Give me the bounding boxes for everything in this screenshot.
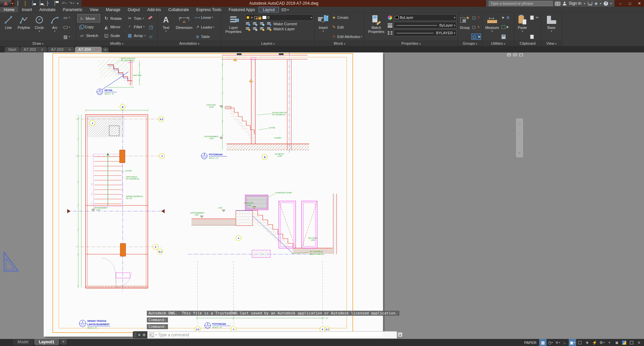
match-properties-button[interactable]: Match Properties	[366, 13, 387, 41]
search-binoculars-icon[interactable]	[555, 2, 560, 5]
edit-block-button[interactable]: ✎Edit	[331, 24, 362, 30]
tab-collaborate[interactable]: Collaborate	[165, 7, 192, 12]
exchange-apps-icon[interactable]: ◈	[595, 1, 598, 6]
quick-select-icon[interactable]: ➤≣	[502, 14, 511, 21]
layer-freeze-icon[interactable]	[252, 22, 257, 26]
hatch-tool-icon[interactable]: ▨▾	[63, 34, 70, 40]
layer-lock-icon[interactable]	[266, 22, 271, 26]
orbit-icon[interactable]: ◌	[518, 141, 521, 145]
layer-properties-button[interactable]: Layer Properties	[222, 13, 245, 41]
mirror-button[interactable]: ◭Mirror	[101, 23, 124, 31]
group-button[interactable]: ★ Group	[459, 13, 471, 41]
annotation-scale-add-button[interactable]: +	[606, 339, 613, 346]
new-tab-button[interactable]: +	[102, 47, 109, 52]
file-tab-a7-203[interactable]: A7-203✕	[48, 47, 74, 52]
clean-screen-toggle[interactable]	[628, 339, 635, 346]
restore-button[interactable]: □	[625, 0, 635, 7]
linear-dimension-button[interactable]: ⟷Linear▾	[195, 14, 214, 21]
move-button[interactable]: ↔↔Move	[77, 14, 100, 23]
new-layout-button[interactable]: +	[60, 339, 67, 345]
save-as-icon[interactable]	[40, 1, 44, 6]
tab-layout[interactable]: Layout	[259, 7, 279, 12]
linetype-dropdown[interactable]: BYLAYER ▾	[394, 30, 457, 36]
isolate-objects-toggle[interactable]: ◙	[613, 339, 620, 346]
stretch-button[interactable]: ▱Stretch	[77, 31, 100, 40]
layer-snowflake-icon[interactable]	[259, 22, 264, 26]
ellipse-tool-icon[interactable]: ◯▾	[63, 24, 70, 30]
tab-featured-apps[interactable]: Featured Apps	[225, 7, 259, 12]
layer-dropdown-icon[interactable]: ▾	[311, 16, 312, 19]
sign-in-dropdown-icon[interactable]: ▾	[584, 2, 585, 5]
command-customize-icon[interactable]: ⚙	[142, 333, 146, 337]
layer-off-icon[interactable]	[245, 22, 250, 26]
autoscale-toggle[interactable]: ⚡	[591, 339, 598, 346]
base-button[interactable]: Base▾	[544, 13, 559, 41]
save-icon[interactable]	[32, 1, 37, 6]
tab-parametric[interactable]: Parametric	[59, 7, 86, 12]
polar-tracking-toggle[interactable]: ◷▾	[547, 339, 554, 346]
app-store-cart-icon[interactable]	[588, 1, 592, 5]
panel-label-modify[interactable]: Modify ▾	[76, 41, 157, 46]
polyline-button[interactable]: Polyline	[16, 13, 31, 41]
redo-button[interactable]: ↷▾	[70, 1, 75, 6]
paper-space-indicator[interactable]: PAPER	[522, 341, 539, 345]
object-snap-toggle[interactable]: ▣▾	[569, 339, 576, 346]
tab-insert[interactable]: Insert	[18, 7, 36, 12]
isodraft-toggle[interactable]: ✕▾	[554, 339, 561, 346]
lineweight-dropdown[interactable]: ByLayer ▾	[394, 22, 457, 29]
close-tab-icon[interactable]: ✕	[41, 47, 43, 52]
cut-clip-icon[interactable]: ✂	[530, 14, 540, 21]
search-input[interactable]	[489, 1, 553, 6]
drag-grip-icon[interactable]	[134, 333, 136, 337]
panel-label-block[interactable]: Block ▾	[315, 41, 364, 46]
viewport-minimize-icon[interactable]: –	[507, 53, 511, 57]
recent-commands-dropdown-icon[interactable]: ▾	[156, 334, 157, 336]
panel-label-annotation[interactable]: Annotation ▾	[158, 41, 221, 46]
make-current-button[interactable]: Make Current	[273, 22, 297, 26]
create-block-button[interactable]: ★Create	[331, 14, 362, 21]
layer-unlock2-icon[interactable]	[266, 27, 271, 31]
viewport-restore-icon[interactable]: □	[513, 53, 517, 57]
tab-view[interactable]: View	[86, 7, 102, 12]
leader-button[interactable]: ↗Leader▾	[195, 24, 214, 30]
layer-select-dropdown[interactable]: ☀ 0 ▾	[245, 14, 313, 21]
text-button[interactable]: A Text▾	[159, 13, 173, 41]
match-layer-button[interactable]: Match Layer	[273, 27, 295, 31]
offset-icon[interactable]: ⊂	[148, 34, 154, 40]
group-edit-icon[interactable]: ▢✎	[471, 24, 481, 30]
drawing-canvas[interactable]: BETON STRUKTUR FIN. PLESTER ACI MAAT TAN…	[0, 52, 644, 339]
recent-commands-icon[interactable]: >_	[149, 333, 154, 337]
customization-menu-button[interactable]: ≡	[635, 339, 643, 346]
dimension-button[interactable]: Dimension	[174, 13, 194, 41]
plot-icon[interactable]	[54, 1, 59, 6]
explode-icon[interactable]: ◳	[148, 24, 154, 30]
file-tab-a7-204[interactable]: A7-204✕	[75, 47, 101, 52]
panel-label-draw[interactable]: Draw ▾	[0, 41, 76, 46]
logo-dropdown-icon[interactable]: ▾	[12, 2, 13, 5]
close-button[interactable]: ✕	[635, 0, 644, 7]
layer-bulb-orange-icon[interactable]	[245, 27, 250, 31]
measure-button[interactable]: Measure▾	[483, 13, 501, 41]
tab-home[interactable]: Home	[0, 7, 18, 12]
graphics-performance-toggle[interactable]	[620, 339, 628, 346]
scale-button[interactable]: ◱Scale	[101, 31, 124, 40]
help-icon[interactable]: ?	[604, 1, 608, 6]
user-icon[interactable]	[563, 2, 566, 5]
ortho-toggle[interactable]: ∟	[561, 339, 569, 346]
paste-button[interactable]: Paste▾	[515, 13, 529, 41]
command-bar-handle[interactable]: ✕ ⚙	[133, 331, 147, 339]
annotation-visibility-toggle[interactable]: ★	[584, 339, 591, 346]
tab-express-tools[interactable]: Express Tools	[192, 7, 225, 12]
close-tab-icon[interactable]: ✕	[95, 47, 98, 52]
tab-output[interactable]: Output	[124, 7, 143, 12]
viewport-close-icon[interactable]: ✕	[519, 53, 523, 57]
layout-paper[interactable]: BETON STRUKTUR FIN. PLESTER ACI MAAT TAN…	[44, 52, 383, 337]
insert-block-button[interactable]: Insert▾	[316, 13, 331, 41]
file-tab-a7-202[interactable]: A7-202✕	[20, 47, 47, 52]
erase-icon[interactable]	[148, 14, 154, 21]
selection-cycling-toggle[interactable]	[576, 339, 584, 346]
minimize-button[interactable]: –	[616, 0, 625, 7]
arc-button[interactable]: Arc▾	[47, 13, 62, 41]
close-tab-icon[interactable]: ✕	[68, 47, 71, 52]
zoom-icon[interactable]: ○	[518, 131, 521, 135]
